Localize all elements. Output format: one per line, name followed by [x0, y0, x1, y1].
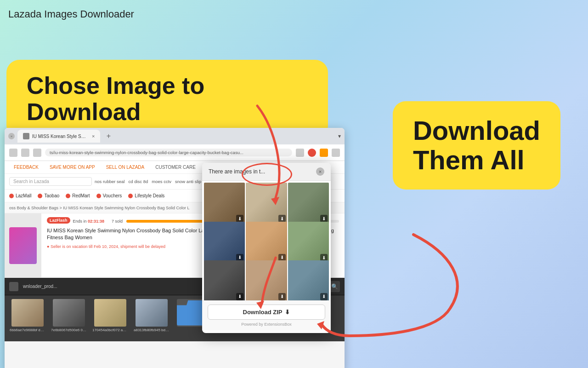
download-btn[interactable] — [320, 149, 328, 157]
file-item-3[interactable]: 170454a0bcf072 ab9116l...fe32.jpg — [92, 299, 129, 338]
tab-label: IU MISS Korean Style Swimmi... — [32, 134, 87, 139]
search-tag-2[interactable]: cd disc 8d — [128, 179, 148, 184]
choose-image-text: Chose Image to Download — [27, 72, 204, 125]
refresh-btn[interactable] — [33, 149, 41, 157]
img-dl-icon-1[interactable]: ⬇ — [236, 215, 243, 222]
popup-img-7[interactable]: ⬇ — [204, 260, 245, 300]
file-name-2: 7e6b8067d500e6 0e002a...0734.jpg — [51, 328, 87, 332]
popup-img-5[interactable]: ⬇ — [246, 222, 287, 263]
bookmark-btn[interactable] — [296, 149, 304, 157]
new-tab-btn[interactable]: + — [103, 131, 114, 142]
menu-btn[interactable] — [332, 149, 340, 157]
img-dl-icon-9[interactable]: ⬇ — [320, 293, 328, 300]
nav-sell[interactable]: SELL ON LAZADA — [106, 165, 145, 170]
file-item-2[interactable]: 7e6b8067d500e6 0e002a...0734.jpg — [51, 299, 87, 338]
popup-header: There are images in t... × — [202, 163, 331, 181]
file-thumb-2 — [53, 299, 85, 327]
tab-favicon — [23, 133, 29, 139]
file-name-3: 170454a0bcf072 ab9116l...fe32.jpg — [92, 328, 128, 332]
back-btn[interactable] — [9, 149, 17, 157]
download-zip-icon: ⬇ — [285, 309, 290, 316]
ends-in-label: Ends in 02:31:38 — [73, 219, 105, 224]
download-zip-button[interactable]: Download ZIP ⬇ — [208, 305, 325, 320]
img-dl-icon-8[interactable]: ⬇ — [278, 293, 286, 300]
popup-img-8[interactable]: ⬇ — [246, 260, 287, 300]
browser-tab-bar: × IU MISS Korean Style Swimmi... × + ▾ — [5, 128, 345, 144]
popup-images-grid: ⬇ ⬇ ⬇ ⬇ ⬇ ⬇ ⬇ ⬇ — [202, 181, 331, 300]
image-picker-popup: There are images in t... × ⬇ ⬇ ⬇ ⬇ ⬇ ⬇ — [202, 163, 331, 333]
file-thumb-1 — [11, 299, 44, 327]
app-title: Lazada Images Downloader — [8, 8, 134, 20]
file-item-1[interactable]: 6bb6ae7e9688bf daeec5...bd90.jpg — [9, 299, 46, 338]
lazflash-badge: LazFlash — [47, 217, 70, 224]
dl-filename: wnloader_prod... — [23, 284, 57, 289]
popup-img-9[interactable]: ⬇ — [288, 260, 329, 300]
sold-label: 7 sold — [112, 219, 123, 224]
search-input[interactable]: Search in Lazada — [9, 177, 92, 186]
popup-img-3[interactable]: ⬇ — [288, 183, 329, 224]
search-tag-1[interactable]: nos rubber seal — [95, 179, 124, 184]
img-dl-icon-7[interactable]: ⬇ — [236, 293, 243, 300]
popup-footer: Download ZIP ⬇ Powered by ExtensionsBox — [202, 300, 331, 330]
cat-taobao[interactable]: Taobao — [38, 193, 59, 198]
forward-btn[interactable] — [21, 149, 29, 157]
cat-vouchers[interactable]: Vouchers — [96, 193, 122, 198]
download-all-bubble: Download Them All — [393, 101, 560, 190]
file-thumb-3 — [94, 299, 126, 327]
powered-by-text: Powered by ExtensionsBox — [208, 322, 325, 327]
nav-save[interactable]: SAVE MORE ON APP — [50, 165, 95, 170]
search-tag-3[interactable]: moes cctv — [152, 179, 171, 184]
popup-title: There are images in t... — [209, 168, 265, 175]
popup-img-6[interactable]: ⬇ — [288, 222, 329, 263]
file-name-4: a8313fb80fb945 bd314e...664a.jpg — [134, 328, 170, 332]
cat-lazmall[interactable]: LazMall — [9, 193, 31, 198]
tab-close-btn[interactable]: × — [8, 133, 15, 139]
url-field[interactable]: ts/iu-miss-korean-style-swimming-nylon-c… — [45, 149, 292, 156]
browser-tab[interactable]: IU MISS Korean Style Swimmi... × — [17, 130, 100, 143]
file-name-1: 6bb6ae7e9688bf daeec5...bd90.jpg — [10, 328, 45, 332]
popup-close-btn[interactable]: × — [316, 167, 324, 176]
popup-img-4[interactable]: ⬇ — [204, 222, 245, 263]
address-bar: ts/iu-miss-korean-style-swimming-nylon-c… — [5, 144, 345, 161]
download-zip-label: Download ZIP — [243, 309, 283, 316]
img-dl-icon-3[interactable]: ⬇ — [320, 215, 328, 222]
nav-feedback[interactable]: FEEDBACK — [14, 165, 39, 170]
cat-redmart[interactable]: RedMart — [66, 193, 90, 198]
tab-x[interactable]: × — [92, 133, 95, 139]
popup-img-2[interactable]: ⬇ — [246, 183, 287, 224]
popup-img-1[interactable]: ⬇ — [204, 183, 245, 224]
choose-image-bubble: Chose Image to Download — [6, 60, 328, 138]
file-item-4[interactable]: a8313fb80fb945 bd314e...664a.jpg — [133, 299, 170, 338]
product-thumbnail — [5, 213, 41, 277]
img-dl-icon-2[interactable]: ⬇ — [278, 215, 286, 222]
tab-expand-btn[interactable]: ▾ — [338, 133, 341, 139]
download-all-text: Download Them All — [413, 116, 540, 175]
lazada-icon — [308, 149, 316, 157]
file-thumb-4 — [136, 299, 168, 327]
toolbar-icon — [9, 282, 18, 291]
cat-lifestyle[interactable]: Lifestyle Deals — [128, 193, 164, 198]
nav-care[interactable]: CUSTOMER CARE — [155, 165, 196, 170]
